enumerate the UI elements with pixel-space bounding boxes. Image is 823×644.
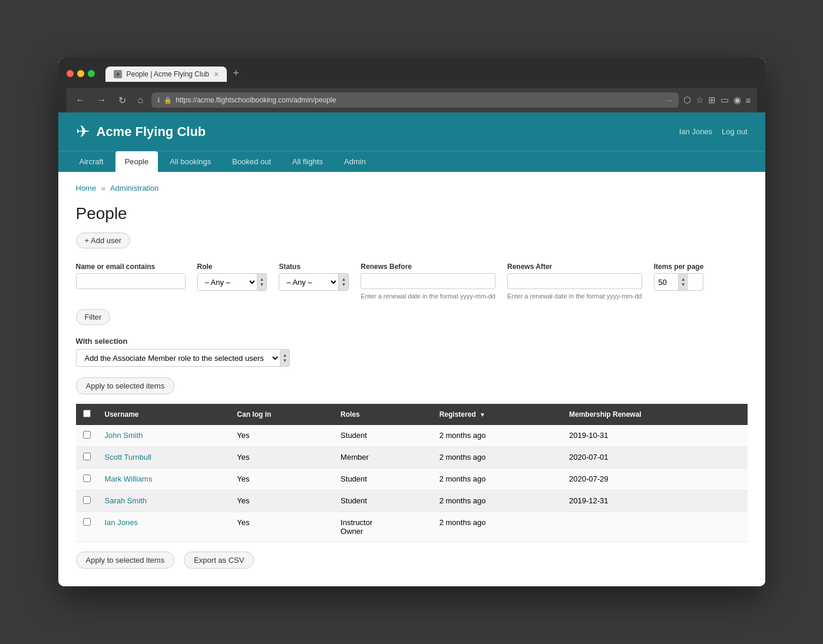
row-checkbox-1[interactable] [83, 431, 91, 439]
nav-tab-all-flights[interactable]: All flights [283, 151, 332, 172]
status-select-wrapper: – Any – ▲▼ [279, 273, 349, 291]
status-select[interactable]: – Any – [279, 274, 338, 290]
membership-renewal-cell: 2020-07-29 [562, 469, 748, 490]
renews-after-filter: Renews After Enter a renewal date in the… [507, 263, 642, 300]
library-icon[interactable]: ⊞ [708, 95, 716, 105]
app-content: Home » Administration People + Add user … [58, 172, 765, 586]
name-email-filter: Name or email contains [76, 263, 186, 289]
sidebar-icon[interactable]: ▭ [720, 95, 729, 105]
role-filter: Role – Any – ▲▼ [197, 263, 267, 291]
row-checkbox-5[interactable] [83, 518, 91, 526]
add-user-button[interactable]: + Add user [76, 233, 131, 248]
nav-tab-booked-out[interactable]: Booked out [223, 151, 280, 172]
renews-before-label: Renews Before [361, 263, 495, 271]
filter-row: Name or email contains Role – Any – ▲▼ S… [76, 263, 748, 300]
user-link[interactable]: John Smith [105, 431, 143, 440]
row-checkbox-2[interactable] [83, 453, 91, 460]
roles-cell: Student [333, 425, 432, 447]
logout-link[interactable]: Log out [722, 127, 747, 136]
active-tab[interactable]: ✈ People | Acme Flying Club × [105, 67, 227, 82]
browser-titlebar: ✈ People | Acme Flying Club × + [67, 65, 757, 82]
minimize-button[interactable] [77, 70, 84, 77]
user-link[interactable]: Sarah Smith [105, 496, 147, 505]
with-selection-row: Add the Associate Member role to the sel… [76, 349, 748, 367]
profile-icon[interactable]: ◉ [733, 95, 741, 105]
pocket-icon[interactable]: ⬡ [683, 95, 691, 105]
export-csv-button[interactable]: Export as CSV [184, 552, 254, 569]
browser-tabs: ✈ People | Acme Flying Club × + [105, 65, 245, 82]
app-header: ✈ Acme Flying Club Ian Jones Log out [58, 112, 765, 151]
breadcrumb-home[interactable]: Home [76, 184, 97, 192]
apply-to-selected-bottom-button[interactable]: Apply to selected items [76, 552, 175, 569]
role-label: Role [197, 263, 267, 271]
renews-after-input[interactable] [507, 273, 642, 289]
row-checkbox-3[interactable] [83, 474, 91, 482]
name-email-label: Name or email contains [76, 263, 186, 271]
user-link[interactable]: Mark Williams [105, 474, 153, 483]
tab-title: People | Acme Flying Club [127, 70, 210, 78]
table-row: Ian JonesYesInstructor Owner2 months ago [76, 512, 748, 542]
url-bar[interactable]: ℹ 🔒 https://acme.flightschoolbooking.com… [151, 92, 679, 108]
bookmark-icon[interactable]: ☆ [696, 95, 703, 105]
row-checkbox-4[interactable] [83, 496, 91, 504]
membership-renewal-cell [562, 512, 748, 542]
forward-button[interactable]: → [94, 94, 110, 107]
new-tab-button[interactable]: + [227, 65, 245, 82]
nav-tab-admin[interactable]: Admin [335, 151, 375, 172]
url-options-icon: ··· [666, 95, 673, 105]
home-button[interactable]: ⌂ [134, 94, 147, 107]
maximize-button[interactable] [88, 70, 95, 77]
user-link[interactable]: Ian Jones [105, 518, 138, 527]
breadcrumb-administration[interactable]: Administration [110, 184, 158, 192]
username-header: Username [98, 404, 230, 425]
role-select[interactable]: – Any – [198, 274, 257, 290]
renews-before-filter: Renews Before Enter a renewal date in th… [361, 263, 495, 300]
with-selection-select[interactable]: Add the Associate Member role to the sel… [77, 350, 280, 366]
toolbar-icons: ⬡ ☆ ⊞ ▭ ◉ ≡ [683, 95, 751, 105]
breadcrumb: Home » Administration [76, 184, 748, 192]
table-row: John SmithYesStudent2 months ago2019-10-… [76, 425, 748, 447]
nav-tab-all-bookings[interactable]: All bookings [160, 151, 220, 172]
table-header-row: Username Can log in Roles Registered ▼ M… [76, 404, 748, 425]
name-email-input[interactable] [76, 273, 186, 289]
browser-chrome: ✈ People | Acme Flying Club × + ← → ↻ ⌂ … [58, 58, 765, 112]
registered-cell: 2 months ago [432, 425, 562, 447]
close-button[interactable] [67, 70, 74, 77]
select-all-checkbox[interactable] [83, 410, 91, 417]
items-per-page-input[interactable]: 50 [655, 275, 678, 290]
renews-before-input[interactable] [361, 273, 495, 289]
membership-renewal-cell: 2019-10-31 [562, 425, 748, 447]
role-select-wrapper: – Any – ▲▼ [197, 273, 267, 291]
logo-icon: ✈ [76, 122, 90, 141]
roles-cell: Instructor Owner [333, 512, 432, 542]
can-log-in-cell: Yes [230, 512, 333, 542]
nav-tab-aircraft[interactable]: Aircraft [70, 151, 113, 172]
membership-renewal-header: Membership Renewal [562, 404, 748, 425]
status-select-arrows: ▲▼ [338, 274, 348, 290]
tab-close-button[interactable]: × [214, 70, 219, 78]
filter-button[interactable]: Filter [76, 309, 111, 325]
bottom-actions: Apply to selected items Export as CSV [76, 552, 748, 569]
status-filter: Status – Any – ▲▼ [279, 263, 349, 291]
apply-to-selected-top-button[interactable]: Apply to selected items [76, 377, 175, 394]
nav-tab-people[interactable]: People [115, 151, 158, 172]
items-per-page-arrows: ▲▼ [678, 274, 688, 290]
registered-header[interactable]: Registered ▼ [432, 404, 562, 425]
role-select-arrows: ▲▼ [257, 274, 267, 290]
reload-button[interactable]: ↻ [115, 94, 130, 107]
filter-section: Name or email contains Role – Any – ▲▼ S… [76, 263, 748, 325]
roles-cell: Student [333, 469, 432, 490]
user-link[interactable]: Scott Turnbull [105, 453, 152, 462]
select-all-header [76, 404, 98, 425]
items-per-page-filter: Items per page 50 ▲▼ [654, 263, 704, 291]
back-button[interactable]: ← [72, 94, 89, 107]
items-per-page-label: Items per page [654, 263, 704, 271]
with-selection-arrows: ▲▼ [280, 350, 290, 366]
can-log-in-cell: Yes [230, 447, 333, 469]
user-name-link[interactable]: Ian Jones [679, 127, 712, 136]
sort-icon: ▼ [480, 411, 485, 418]
roles-cell: Student [333, 490, 432, 512]
menu-icon[interactable]: ≡ [746, 95, 751, 105]
renews-before-hint: Enter a renewal date in the format yyyy-… [361, 293, 495, 300]
registered-cell: 2 months ago [432, 490, 562, 512]
